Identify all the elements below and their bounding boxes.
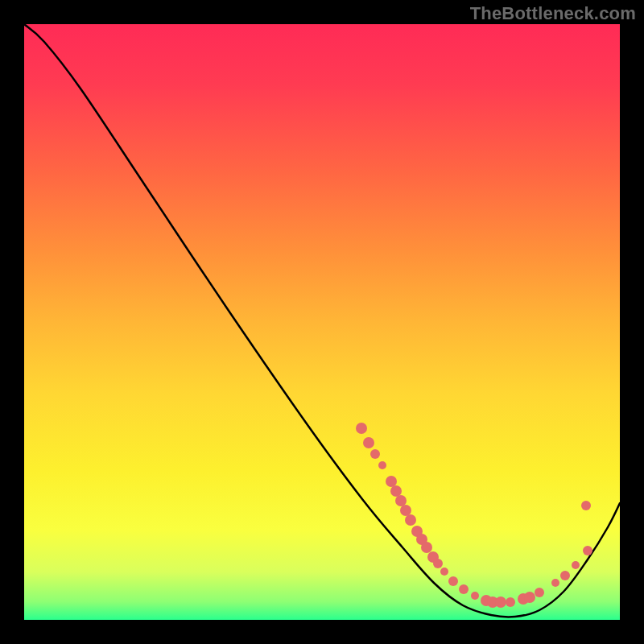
chart-plot-area	[24, 24, 620, 620]
bottleneck-curve	[24, 24, 620, 617]
curve-marker	[535, 588, 544, 597]
curve-marker	[471, 592, 479, 600]
chart-svg	[24, 24, 620, 620]
curve-marker	[390, 485, 402, 497]
curve-marker	[583, 546, 592, 555]
curve-marker	[421, 542, 432, 553]
watermark-text: TheBottleneck.com	[470, 3, 636, 24]
curve-marker	[400, 505, 411, 516]
curve-marker	[551, 579, 559, 587]
curve-marker	[581, 501, 591, 510]
curve-marker	[363, 437, 374, 448]
curve-marker	[370, 449, 380, 459]
curve-marker	[378, 461, 386, 469]
curve-marker	[572, 561, 580, 569]
curve-marker	[433, 559, 443, 568]
curve-marker	[386, 476, 397, 487]
curve-marker	[506, 597, 515, 607]
curve-marker	[440, 568, 448, 576]
curve-marker	[495, 597, 506, 608]
curve-marker	[524, 592, 535, 603]
curve-marker	[405, 514, 416, 526]
curve-marker	[448, 576, 458, 586]
curve-marker	[560, 571, 570, 580]
curve-marker	[395, 495, 407, 506]
curve-marker	[356, 423, 367, 434]
curve-marker	[459, 584, 469, 594]
curve-markers	[356, 423, 592, 608]
